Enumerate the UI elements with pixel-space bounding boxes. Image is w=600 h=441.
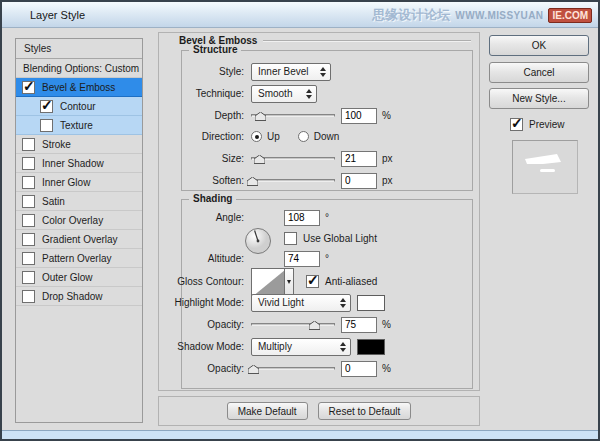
highlight-opacity-slider[interactable] [251, 323, 335, 326]
preview-label: Preview [529, 119, 565, 130]
gloss-contour-label: Gloss Contour: [174, 276, 244, 287]
titlebar[interactable]: Layer Style 思缘设计论坛 WWW.MISSYUAN IE.COM [2, 2, 598, 28]
checkbox[interactable] [22, 81, 35, 94]
direction-down-radio[interactable] [298, 131, 309, 142]
angle-dial[interactable] [244, 227, 272, 255]
depth-label: Depth: [174, 110, 244, 121]
chevron-down-icon[interactable] [285, 268, 294, 296]
size-input[interactable] [341, 151, 377, 167]
sidebar-item-pattern-overlay[interactable]: Pattern Overlay [16, 249, 142, 268]
styles-sidebar: Styles Blending Options: Custom Bevel & … [15, 38, 143, 423]
ok-button[interactable]: OK [489, 35, 589, 56]
sidebar-item-bevel-emboss[interactable]: Bevel & Emboss [16, 78, 142, 97]
chevron-updown-icon [340, 298, 346, 308]
bevel-emboss-panel: Bevel & Emboss Structure Style: Inner Be… [158, 32, 480, 391]
angle-label: Angle: [174, 212, 244, 223]
slider-thumb[interactable] [247, 177, 258, 186]
shadow-opacity-unit: % [382, 363, 391, 374]
checkbox[interactable] [22, 157, 35, 170]
shadow-opacity-slider[interactable] [251, 367, 335, 370]
depth-input[interactable] [341, 108, 377, 124]
slider-thumb[interactable] [248, 365, 259, 374]
window-title: Layer Style [30, 9, 85, 21]
sidebar-item-inner-shadow[interactable]: Inner Shadow [16, 154, 142, 173]
checkbox[interactable] [22, 138, 35, 151]
style-select[interactable]: Inner Bevel [251, 63, 331, 81]
sidebar-item-outer-glow[interactable]: Outer Glow [16, 268, 142, 287]
reset-to-default-button[interactable]: Reset to Default [318, 402, 412, 420]
checkbox[interactable] [22, 195, 35, 208]
chevron-updown-icon [306, 89, 312, 99]
depth-slider[interactable] [251, 114, 335, 117]
slider-thumb[interactable] [255, 112, 266, 121]
gloss-contour-thumbnail[interactable] [251, 268, 285, 296]
sidebar-item-blending-options[interactable]: Blending Options: Custom [16, 59, 142, 78]
shadow-mode-select[interactable]: Multiply [251, 338, 351, 356]
sidebar-item-gradient-overlay[interactable]: Gradient Overlay [16, 230, 142, 249]
highlight-opacity-unit: % [382, 319, 391, 330]
direction-down-label: Down [314, 131, 340, 142]
direction-up-label: Up [267, 131, 280, 142]
shadow-mode-label: Shadow Mode: [174, 341, 244, 352]
sidebar-item-color-overlay[interactable]: Color Overlay [16, 211, 142, 230]
direction-label: Direction: [174, 131, 244, 142]
checkbox[interactable] [22, 176, 35, 189]
checkbox[interactable] [40, 100, 53, 113]
preview-checkbox[interactable] [510, 118, 523, 131]
use-global-light-label: Use Global Light [303, 233, 377, 244]
direction-up-radio[interactable] [251, 131, 262, 142]
sidebar-item-satin[interactable]: Satin [16, 192, 142, 211]
checkbox[interactable] [22, 233, 35, 246]
watermark-badge: IE.COM [548, 8, 592, 23]
cancel-button[interactable]: Cancel [489, 62, 589, 83]
structure-group: Structure Style: Inner Bevel Technique: … [181, 50, 473, 191]
highlight-mode-select[interactable]: Vivid Light [251, 294, 351, 312]
chevron-updown-icon [320, 67, 326, 77]
use-global-light-checkbox[interactable] [284, 232, 297, 245]
antialiased-checkbox[interactable] [306, 275, 319, 288]
sidebar-item-contour[interactable]: Contour [16, 97, 142, 116]
checkbox[interactable] [22, 290, 35, 303]
soften-slider[interactable] [251, 179, 335, 182]
soften-label: Soften: [174, 175, 244, 186]
shadow-opacity-label: Opacity: [174, 363, 244, 374]
altitude-input[interactable] [284, 251, 320, 267]
technique-select[interactable]: Smooth [251, 85, 317, 103]
checkbox[interactable] [22, 252, 35, 265]
window-bottom-frame [2, 430, 598, 439]
sidebar-item-texture[interactable]: Texture [16, 116, 142, 135]
chevron-updown-icon [340, 342, 346, 352]
gloss-contour-picker[interactable] [251, 268, 294, 296]
altitude-label: Altitude: [174, 253, 244, 264]
size-slider[interactable] [251, 157, 335, 160]
make-default-button[interactable]: Make Default [227, 402, 308, 420]
action-column: OK Cancel New Style... Preview [489, 35, 591, 194]
angle-input[interactable] [284, 210, 320, 226]
watermark-url-text: WWW.MISSYUAN [455, 10, 543, 21]
checkbox[interactable] [40, 119, 53, 132]
layer-style-dialog: Layer Style 思缘设计论坛 WWW.MISSYUAN IE.COM S… [0, 0, 600, 441]
checkbox[interactable] [22, 271, 35, 284]
shadow-color-swatch[interactable] [357, 339, 385, 355]
sidebar-item-inner-glow[interactable]: Inner Glow [16, 173, 142, 192]
antialiased-label: Anti-aliased [325, 276, 377, 287]
structure-legend: Structure [189, 44, 241, 55]
highlight-opacity-label: Opacity: [174, 319, 244, 330]
soften-unit: px [382, 175, 393, 186]
shadow-opacity-input[interactable] [341, 361, 377, 377]
depth-unit: % [382, 110, 391, 121]
sidebar-item-stroke[interactable]: Stroke [16, 135, 142, 154]
preview-shape [513, 141, 577, 193]
slider-thumb[interactable] [254, 155, 265, 164]
new-style-button[interactable]: New Style... [489, 88, 589, 109]
slider-thumb[interactable] [309, 321, 320, 330]
defaults-panel: Make Default Reset to Default [158, 396, 480, 426]
angle-unit: ° [325, 212, 329, 223]
soften-input[interactable] [341, 173, 377, 189]
sidebar-item-drop-shadow[interactable]: Drop Shadow [16, 287, 142, 306]
highlight-color-swatch[interactable] [357, 295, 385, 311]
checkbox[interactable] [22, 214, 35, 227]
highlight-opacity-input[interactable] [341, 317, 377, 333]
styles-header: Styles [16, 39, 142, 59]
altitude-unit: ° [325, 253, 329, 264]
